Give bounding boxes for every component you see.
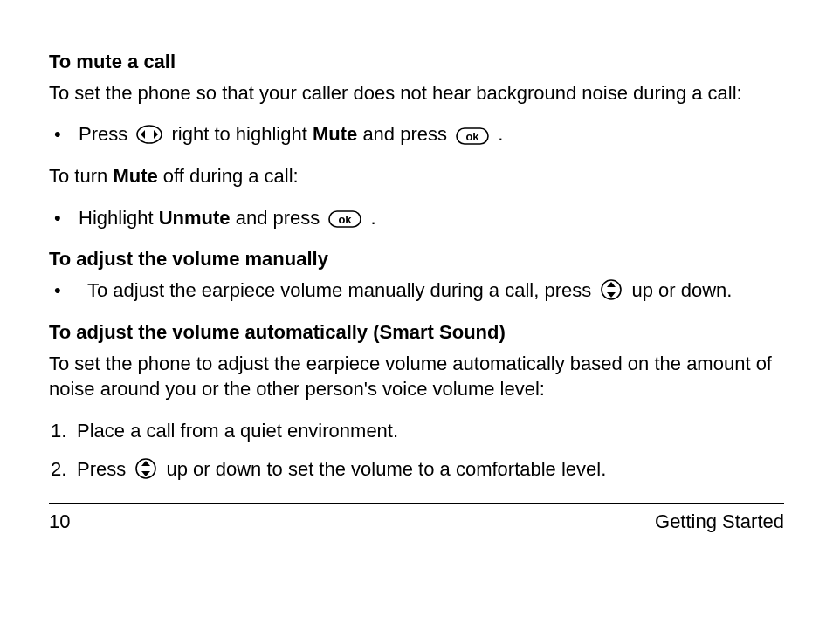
step-text: Press up or down to set the volume to a … (77, 456, 784, 483)
para-mute-off-intro: To turn Mute off during a call: (49, 163, 784, 189)
svg-marker-12 (141, 471, 150, 476)
svg-marker-8 (607, 282, 616, 287)
text: . (498, 123, 503, 145)
heading-mute-call: To mute a call (49, 49, 784, 75)
text: and press (231, 207, 326, 229)
bullet-marker: • (54, 121, 70, 147)
text: Press (77, 458, 131, 480)
heading-volume-auto: To adjust the volume automatically (Smar… (49, 319, 784, 346)
svg-text:ok: ok (466, 130, 480, 143)
text: right to highlight (172, 123, 313, 145)
bullet-marker: • (54, 277, 70, 304)
text: To turn (49, 165, 113, 187)
bullet-mute-off: • Highlight Unmute and press ok . (54, 205, 784, 231)
text: . (371, 207, 376, 229)
bold-unmute: Unmute (159, 207, 231, 229)
nav-up-down-icon (600, 279, 623, 300)
step-1: 1. Place a call from a quiet environment… (51, 418, 784, 444)
bullet-text: Press right to highlight Mute and press … (79, 121, 784, 147)
heading-volume-manual: To adjust the volume manually (49, 246, 784, 272)
text: up or down to set the volume to a comfor… (166, 458, 606, 480)
bold-mute: Mute (313, 123, 357, 145)
page-number: 10 (49, 510, 70, 533)
ok-button-icon: ok (328, 209, 361, 226)
text: To adjust the earpiece volume manually d… (87, 279, 596, 301)
step-number: 2. (51, 456, 72, 483)
bullet-text: Highlight Unmute and press ok . (79, 205, 784, 231)
ok-button-icon: ok (456, 126, 489, 143)
page-footer: 10 Getting Started (49, 503, 784, 533)
step-number: 1. (51, 418, 72, 444)
text: and press (357, 123, 452, 145)
svg-marker-1 (141, 130, 145, 139)
svg-marker-2 (154, 130, 158, 139)
bullet-marker: • (54, 205, 70, 231)
text: Highlight (79, 207, 159, 229)
text: up or down. (631, 279, 732, 301)
bold-mute: Mute (113, 165, 157, 187)
svg-marker-11 (141, 461, 150, 466)
svg-text:ok: ok (339, 213, 353, 226)
bullet-text: To adjust the earpiece volume manually d… (79, 277, 784, 304)
para-auto-intro: To set the phone to adjust the earpiece … (49, 351, 784, 402)
page-body: To mute a call To set the phone so that … (0, 0, 833, 482)
bullet-volume-manual: • To adjust the earpiece volume manually… (54, 277, 784, 304)
section-name: Getting Started (655, 510, 784, 533)
step-text: Place a call from a quiet environment. (77, 418, 784, 444)
bullet-mute-on: • Press right to highlight Mute and pres… (54, 121, 784, 147)
text: Press (79, 123, 127, 145)
nav-left-right-icon (136, 125, 162, 144)
svg-marker-9 (607, 292, 616, 298)
step-2: 2. Press up or down to set the volume to… (51, 456, 784, 483)
nav-up-down-icon (134, 458, 157, 479)
para-mute-intro: To set the phone so that your caller doe… (49, 80, 784, 106)
text: off during a call: (158, 165, 299, 187)
